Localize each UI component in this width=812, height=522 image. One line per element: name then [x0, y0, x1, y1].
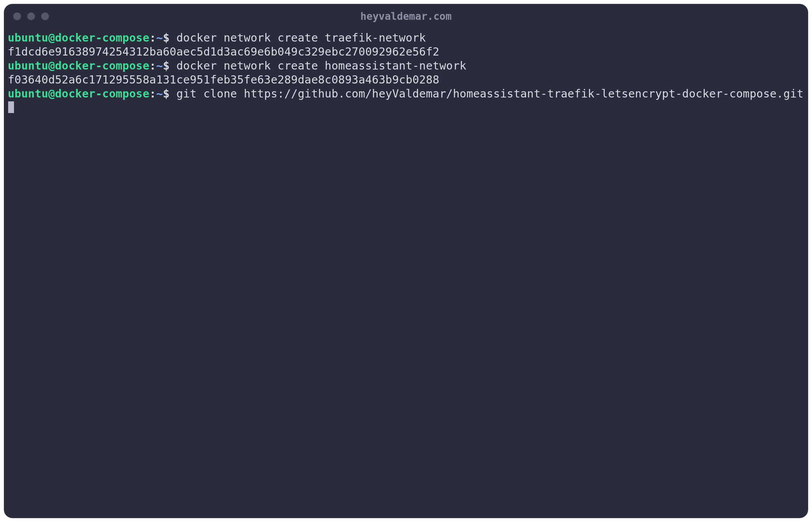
- terminal-window: heyvaldemar.com ubuntu@docker-compose:~$…: [4, 4, 808, 518]
- window-title: heyvaldemar.com: [4, 10, 808, 22]
- output-line: f03640d52a6c171295558a131ce951feb35fe63e…: [8, 73, 439, 86]
- titlebar: heyvaldemar.com: [4, 4, 808, 29]
- prompt-sep: :: [150, 87, 156, 100]
- minimize-icon[interactable]: [27, 12, 35, 20]
- output-line: f1dcd6e91638974254312ba60aec5d1d3ac69e6b…: [8, 45, 439, 58]
- prompt-user: ubuntu@docker-compose: [8, 31, 150, 44]
- terminal-body[interactable]: ubuntu@docker-compose:~$ docker network …: [4, 29, 808, 119]
- prompt-cwd: ~: [156, 87, 163, 100]
- prompt-sep: :: [150, 59, 156, 72]
- prompt-cwd: ~: [156, 59, 163, 72]
- prompt-sigil: $: [163, 31, 169, 44]
- cursor-icon: [8, 101, 14, 113]
- prompt-cwd: ~: [156, 31, 163, 44]
- close-icon[interactable]: [13, 12, 21, 20]
- command-line: docker network create traefik-network: [170, 31, 426, 44]
- prompt-user: ubuntu@docker-compose: [8, 59, 150, 72]
- prompt-sigil: $: [163, 59, 169, 72]
- prompt-sigil: $: [163, 87, 169, 100]
- prompt-user: ubuntu@docker-compose: [8, 87, 150, 100]
- command-line: docker network create homeassistant-netw…: [170, 59, 467, 72]
- zoom-icon[interactable]: [41, 12, 49, 20]
- prompt-sep: :: [150, 31, 156, 44]
- command-line: git clone https://github.com/heyValdemar…: [170, 87, 804, 100]
- window-controls: [4, 12, 49, 20]
